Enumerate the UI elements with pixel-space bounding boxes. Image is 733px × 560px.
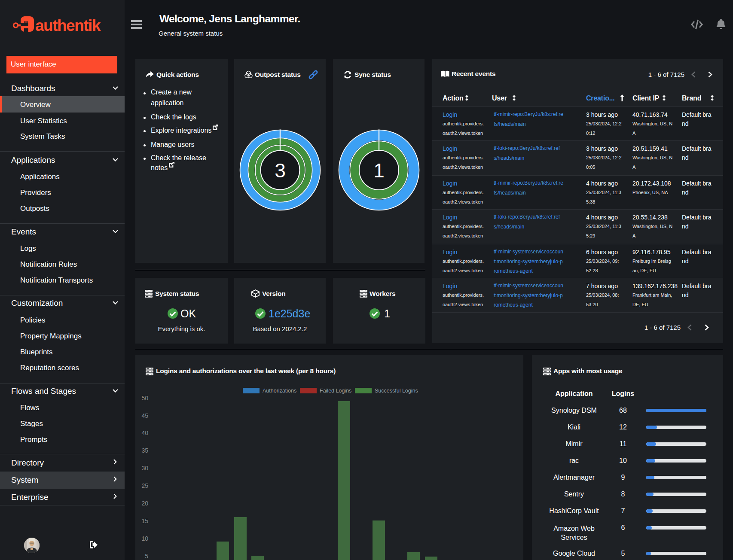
svg-text:3: 3 [275, 159, 286, 182]
svg-text:authentik: authentik [35, 17, 101, 34]
svg-text:1: 1 [373, 159, 385, 182]
